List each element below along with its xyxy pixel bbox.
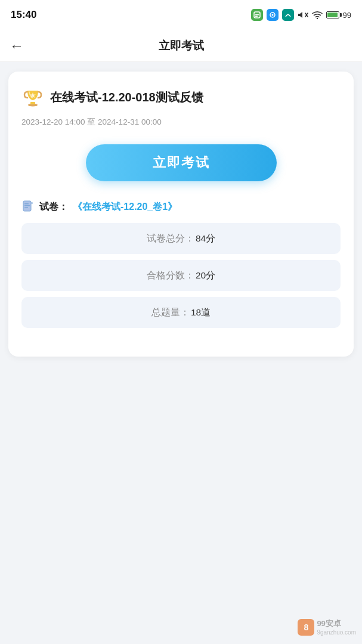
svg-rect-13 bbox=[24, 203, 29, 205]
document-icon bbox=[21, 200, 35, 213]
watermark-text-block: 99安卓 9ganzhuo.com bbox=[317, 618, 356, 636]
battery-icon bbox=[326, 11, 339, 18]
battery-level: 99 bbox=[343, 11, 351, 20]
trophy-icon bbox=[21, 86, 44, 109]
watermark-logo: 8 bbox=[298, 619, 314, 636]
info-value-total-score: 84分 bbox=[196, 233, 215, 245]
paper-section: 试卷： 《在线考试-12.20_卷1》 试卷总分： 84分 合格分数： 20分 … bbox=[21, 200, 341, 328]
info-value-total-questions: 18道 bbox=[191, 306, 211, 319]
nav-bar: ← 立即考试 bbox=[0, 30, 362, 62]
start-button-wrap: 立即考试 bbox=[21, 144, 341, 181]
svg-rect-14 bbox=[24, 205, 30, 206]
info-label-pass-score: 合格分数： bbox=[147, 270, 194, 282]
exam-date: 2023-12-20 14:00 至 2024-12-31 00:00 bbox=[21, 117, 341, 128]
info-value-pass-score: 20分 bbox=[196, 270, 215, 282]
watermark-domain: 9ganzhuo.com bbox=[317, 629, 356, 636]
status-app-icon-3 bbox=[282, 9, 294, 21]
exam-card: 在线考试-12.20-018测试反馈 2023-12-20 14:00 至 20… bbox=[8, 72, 354, 357]
status-time: 15:40 bbox=[11, 9, 36, 21]
start-exam-button[interactable]: 立即考试 bbox=[86, 144, 277, 181]
main-content: 在线考试-12.20-018测试反馈 2023-12-20 14:00 至 20… bbox=[0, 62, 362, 366]
status-icons: 99 bbox=[251, 9, 351, 21]
info-label-total-questions: 总题量： bbox=[151, 306, 190, 319]
svg-rect-16 bbox=[31, 202, 33, 204]
wifi-icon bbox=[312, 11, 323, 19]
info-row-total-questions: 总题量： 18道 bbox=[21, 297, 341, 328]
status-bar: 15:40 99 bbox=[0, 0, 362, 30]
watermark-brand: 99安卓 bbox=[317, 618, 356, 629]
svg-rect-10 bbox=[29, 104, 37, 106]
status-app-icon-2 bbox=[267, 9, 279, 21]
svg-point-7 bbox=[316, 18, 317, 19]
watermark: 8 99安卓 9ganzhuo.com bbox=[298, 618, 356, 636]
info-label-total-score: 试卷总分： bbox=[147, 233, 194, 245]
status-app-icon-1 bbox=[251, 9, 263, 21]
exam-title-row: 在线考试-12.20-018测试反馈 bbox=[21, 86, 341, 109]
svg-point-4 bbox=[271, 14, 273, 16]
svg-rect-1 bbox=[255, 14, 259, 16]
paper-label-row: 试卷： 《在线考试-12.20_卷1》 bbox=[21, 200, 341, 213]
paper-label: 试卷： bbox=[39, 201, 68, 213]
info-row-pass-score: 合格分数： 20分 bbox=[21, 260, 341, 291]
paper-name: 《在线考试-12.20_卷1》 bbox=[73, 201, 177, 213]
page-title: 立即考试 bbox=[159, 38, 204, 54]
svg-rect-15 bbox=[24, 207, 28, 208]
back-button[interactable]: ← bbox=[10, 39, 24, 53]
svg-rect-2 bbox=[255, 16, 258, 17]
exam-title: 在线考试-12.20-018测试反馈 bbox=[50, 89, 203, 105]
mute-icon bbox=[298, 10, 308, 20]
info-row-total-score: 试卷总分： 84分 bbox=[21, 223, 341, 254]
